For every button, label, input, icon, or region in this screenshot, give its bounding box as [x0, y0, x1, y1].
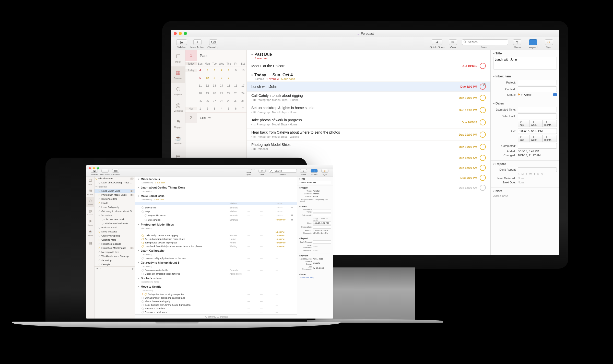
status-circle-icon[interactable]: [142, 210, 144, 213]
project-header[interactable]: ▾Miscellaneous: [135, 177, 297, 182]
defer-input[interactable]: [313, 214, 331, 217]
calendar-day[interactable]: 29: [225, 99, 232, 102]
sidebar-item[interactable]: Visit famous landmarks: [95, 221, 135, 226]
list-row[interactable]: Take photos of work in progressHome——Tom…: [135, 241, 297, 244]
status-circle-icon[interactable]: [145, 214, 147, 217]
sidebar-item[interactable]: Make Carrot Cake2: [95, 189, 135, 193]
rail-review[interactable]: ☕Review: [171, 132, 185, 148]
calendar-day[interactable]: 22: [225, 92, 232, 95]
list-row[interactable]: Check out armband cases for iPodApple St…: [135, 272, 297, 276]
zoom-icon[interactable]: [184, 32, 187, 35]
list-row[interactable]: Book flights to SEA for the house-huntin…: [135, 303, 297, 307]
note-input[interactable]: Add a note: [493, 194, 557, 215]
task-row[interactable]: Call Catelyn to ask about rigging• 〓 Pho…: [247, 91, 490, 104]
calendar-day[interactable]: 5: [225, 107, 232, 110]
calendar-day[interactable]: 23: [232, 92, 239, 95]
rail-contexts[interactable]: @Contexts: [171, 99, 185, 115]
sidebar-item[interactable]: ▾Personal: [95, 185, 135, 189]
calendar-day[interactable]: 21: [218, 92, 225, 95]
status-circle-icon[interactable]: [142, 206, 144, 209]
status-circle-icon[interactable]: [480, 84, 486, 90]
gear-icon[interactable]: ⚙: [132, 267, 134, 270]
sidebar-item[interactable]: Household Maintenance1: [95, 246, 135, 250]
due-input[interactable]: [518, 128, 557, 134]
sidebar-item[interactable]: Get ready to hike up Mount Si: [95, 209, 135, 213]
calendar-day[interactable]: 3: [211, 107, 218, 110]
calendar-day[interactable]: 6: [232, 107, 239, 110]
search-input[interactable]: [462, 39, 508, 45]
calendar-day[interactable]: 26: [204, 99, 211, 102]
list-row[interactable]: Buy carrotsErrands——10/6/15〓: [135, 205, 297, 210]
sidebar-item[interactable]: Grocery Shopping: [95, 234, 135, 238]
due-input[interactable]: [313, 221, 331, 225]
calendar-day[interactable]: 25: [197, 99, 204, 102]
zoom-icon[interactable]: [97, 167, 99, 169]
minimize-icon[interactable]: [179, 32, 182, 35]
section-note[interactable]: Note: [493, 189, 557, 193]
repeat-dropdown[interactable]: [518, 167, 557, 172]
calendar-day[interactable]: 18: [197, 92, 204, 95]
sidebar-item[interactable]: Discover new music: [95, 217, 135, 221]
calendar-day[interactable]: 6: [211, 69, 218, 72]
type-value[interactable]: Parallel: [313, 190, 331, 192]
status-circle-icon[interactable]: [142, 245, 144, 248]
list-row[interactable]: PrepKitchen——10/6/15: [135, 210, 297, 213]
section-dates[interactable]: Dates: [299, 205, 331, 208]
status-circle-icon[interactable]: [480, 175, 486, 181]
task-row[interactable]: Hear back from Catelyn about where to se…: [247, 128, 490, 140]
list-row[interactable]: Plan a house-hunting trip———: [135, 300, 297, 303]
list-row[interactable]: Buy a new water bottleErrands———: [135, 268, 297, 272]
section-repeat[interactable]: Repeat: [493, 162, 557, 166]
title-input[interactable]: [299, 181, 331, 184]
future-row[interactable]: 2Future: [185, 112, 246, 123]
calendar-day[interactable]: 1: [197, 107, 204, 110]
status-circle-icon[interactable]: [142, 269, 144, 272]
completed-input[interactable]: [313, 225, 331, 229]
rail-flagged[interactable]: ⚑Flagged: [171, 115, 185, 132]
calendar-day[interactable]: 5: [204, 69, 211, 72]
status-circle-icon[interactable]: [142, 238, 144, 240]
inspect-button[interactable]: iInspect: [309, 169, 320, 176]
rail-contexts[interactable]: @Contexts: [86, 207, 94, 217]
calendar-day[interactable]: 17: [239, 84, 246, 87]
status-circle-icon[interactable]: [480, 165, 486, 171]
defer-presets[interactable]: +1 day+1 week+1 month: [518, 120, 557, 127]
status-circle-icon[interactable]: [142, 257, 144, 260]
calendar-day[interactable]: 11: [197, 84, 204, 87]
list-row[interactable]: Reserve a hotel room———: [135, 310, 297, 314]
calendar-day[interactable]: 24: [239, 92, 246, 95]
search-input[interactable]: [269, 169, 297, 173]
calendar-day[interactable]: 19: [204, 92, 211, 95]
rail-inbox[interactable]: ☐Inbox: [86, 177, 94, 187]
close-icon[interactable]: [174, 32, 177, 35]
defer-until-input[interactable]: [518, 113, 557, 119]
clean-up-button[interactable]: ⌫Clean Up: [110, 169, 121, 176]
calendar-day[interactable]: 28: [218, 99, 225, 102]
rail-flagged[interactable]: ⚑Flagged: [86, 217, 94, 228]
task-row[interactable]: Set up backdrop & lights in home studio•…: [247, 104, 490, 116]
list-row[interactable]: ⚑Get quotes from moving companies———: [135, 292, 297, 296]
status-value[interactable]: Active: [313, 195, 331, 198]
calendar-day[interactable]: 14: [218, 84, 225, 87]
remove-button[interactable]: −: [100, 267, 101, 270]
new-action-button[interactable]: ＋New Action: [100, 169, 110, 176]
list-row[interactable]: Kitchen10/6/15: [135, 202, 297, 205]
list-row[interactable]: Look up calligraphy teachers on the web—…: [135, 256, 297, 260]
calendar-day[interactable]: 16: [232, 84, 239, 87]
close-icon[interactable]: [89, 167, 91, 169]
calendar-day[interactable]: 8: [225, 69, 232, 72]
group-title[interactable]: ▾Today — Sun, Oct 4: [251, 73, 486, 77]
section-dates[interactable]: Dates: [493, 102, 557, 105]
list-row[interactable]: Reserve a rental car———: [135, 307, 297, 310]
rail-inbox[interactable]: ☐Inbox: [171, 50, 185, 66]
list-row[interactable]: Buy vanilla extractErrands——10/6/15〓: [135, 213, 297, 218]
past-row[interactable]: 1Past: [185, 50, 246, 61]
calendar-day[interactable]: 4: [197, 69, 204, 72]
status-circle-icon[interactable]: [142, 297, 144, 299]
list-row[interactable]: Buy candlesErrands——Tomorrow〓: [135, 218, 297, 222]
sidebar-item[interactable]: Colonize Mars: [95, 238, 135, 242]
rail-projects[interactable]: ⚇Projects: [86, 197, 94, 207]
status-circle-icon[interactable]: [480, 185, 486, 191]
status-value[interactable]: Active: [524, 93, 532, 96]
calendar-day[interactable]: 7: [218, 69, 225, 72]
